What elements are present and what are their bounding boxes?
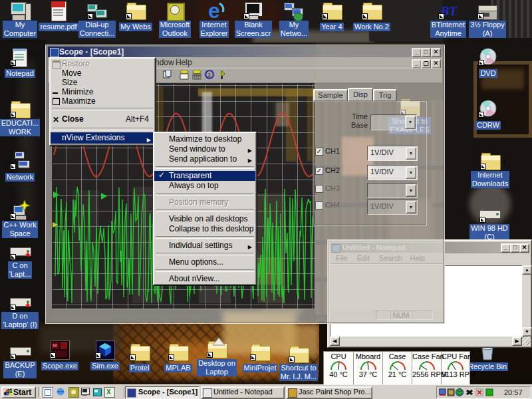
svg-text:2: 2	[207, 72, 211, 78]
